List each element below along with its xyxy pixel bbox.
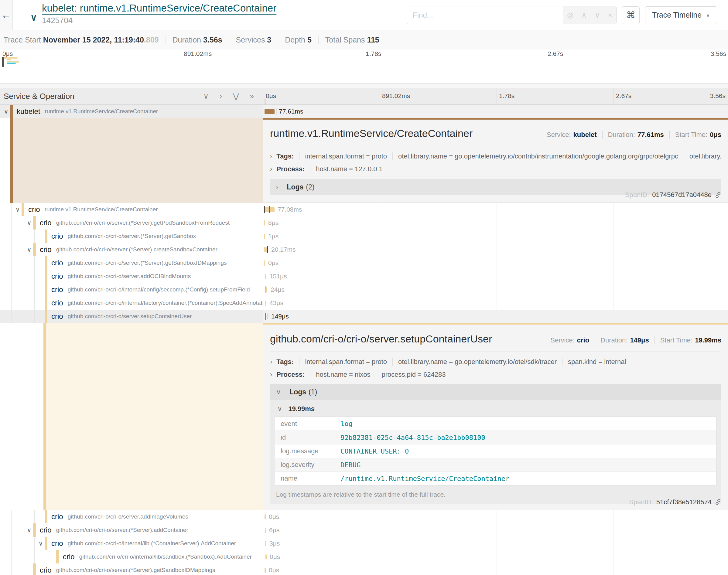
span-row[interactable]: ∨ crio github.com/cri-o/cri-o/server.add… xyxy=(0,270,728,283)
back-button[interactable]: ← xyxy=(0,0,13,30)
timeline-tick: 891.02ms xyxy=(382,92,410,100)
span-bar[interactable] xyxy=(265,528,266,533)
span-row[interactable]: ∨ crio github.com/cri-o/cri-o/server.(*S… xyxy=(0,523,728,537)
locate-icon[interactable]: ◎ xyxy=(567,11,573,20)
trace-view-select[interactable]: Trace Timeline ∨ xyxy=(645,6,717,24)
span-bar[interactable] xyxy=(265,554,267,560)
divider xyxy=(669,131,670,139)
service-operation-header: Service & Operation ∨ › ⋁ » ∥ xyxy=(0,88,263,104)
minimap-span xyxy=(4,57,18,59)
span-bar[interactable] xyxy=(267,314,268,319)
span-row[interactable]: ∨ crio github.com/cri-o/cri-o/server.(*S… xyxy=(0,243,728,256)
span-row[interactable]: ∨ crio github.com/cri-o/cri-o/server.(*S… xyxy=(0,256,728,270)
span-id-value: 51cf7f38e5128574 xyxy=(656,498,712,506)
table-row: event log xyxy=(275,417,716,431)
minimap-drag-handle[interactable] xyxy=(2,57,4,67)
span-bar[interactable] xyxy=(264,221,265,226)
operation-name: github.com/cri-o/cri-o/server.(*Server).… xyxy=(56,567,215,573)
span-timeline-cell: 6μs xyxy=(263,523,728,537)
expand-all-icon[interactable]: » xyxy=(250,92,254,100)
span-row[interactable]: ∨ crio github.com/cri-o/cri-o/internal/c… xyxy=(0,283,728,296)
process-row[interactable]: › Process: host.name = nixos process.pid… xyxy=(270,371,721,379)
trace-title-block: ∨ kubelet: runtime.v1.RuntimeService/Cre… xyxy=(13,0,407,30)
span-row[interactable]: ∨ crio github.com/cri-o/cri-o/internal/l… xyxy=(0,537,728,550)
process-item: host.name = nixos xyxy=(310,371,376,379)
log-field-key: log.severity xyxy=(275,461,340,469)
next-match-icon[interactable]: ∨ xyxy=(595,11,600,20)
span-bar[interactable] xyxy=(264,261,265,266)
chevron-down-icon[interactable]: ∨ xyxy=(25,219,33,227)
span-marker-tick xyxy=(276,108,276,115)
span-marker-tick xyxy=(267,246,268,253)
span-row[interactable]: ∨ crio runtime.v1.RuntimeService/CreateC… xyxy=(0,203,728,216)
minimap-tick: 1.78s xyxy=(366,50,381,57)
span-bar[interactable] xyxy=(264,247,267,252)
span-row[interactable]: ∨ crio github.com/cri-o/cri-o/internal/f… xyxy=(0,296,728,310)
span-timeline-cell: 151μs xyxy=(263,270,728,283)
span-bar[interactable] xyxy=(265,514,266,519)
link-icon[interactable] xyxy=(715,192,721,198)
collapse-header-icon[interactable]: ∨ xyxy=(30,12,37,23)
span-bar[interactable] xyxy=(265,541,266,546)
chevron-down-icon[interactable]: ∨ xyxy=(2,108,10,115)
prev-match-icon[interactable]: ∧ xyxy=(581,11,587,20)
logs-toggle[interactable]: ∨Logs(1) xyxy=(270,384,721,400)
span-bar[interactable] xyxy=(265,301,266,306)
span-row[interactable]: ∨ crio github.com/cri-o/cri-o/server.add… xyxy=(0,510,728,523)
span-bar[interactable] xyxy=(265,109,274,114)
minimap-tick: 0μs xyxy=(2,50,13,57)
span-row-setupcontaineruser[interactable]: ∨ crio github.com/cri-o/cri-o/server.set… xyxy=(0,310,728,323)
keyboard-shortcuts-button[interactable]: ⌘ xyxy=(622,6,640,24)
tags-row[interactable]: › Tags: internal.span.format = proto ote… xyxy=(270,358,721,366)
minimap-gridline xyxy=(182,57,182,83)
logs-count: (1) xyxy=(308,388,317,396)
operation-name: github.com/cri-o/cri-o/server.(*Server).… xyxy=(56,527,188,533)
span-row[interactable]: ∨ crio github.com/cri-o/cri-o/server.(*S… xyxy=(0,230,728,243)
collapse-all-icon[interactable]: ⋁ xyxy=(233,92,239,100)
trace-services: Services 3 xyxy=(229,36,271,44)
clear-find-icon[interactable]: × xyxy=(608,11,612,20)
log-field-key: event xyxy=(275,420,340,428)
tag-item: otel.library.v… xyxy=(684,153,721,160)
service-name: crio xyxy=(40,245,52,254)
span-color-bar xyxy=(45,256,47,270)
chevron-down-icon: ∨ xyxy=(276,388,281,396)
find-box: ◎ ∧ ∨ × xyxy=(407,6,617,24)
span-duration: 0μs xyxy=(269,513,279,520)
find-nav-group: ◎ ∧ ∨ × xyxy=(563,6,616,24)
minimap-canvas[interactable] xyxy=(0,57,728,84)
process-item: process.pid = 624283 xyxy=(376,371,451,379)
expand-one-icon[interactable]: › xyxy=(220,92,222,100)
span-row[interactable]: ∨ crio github.com/cri-o/cri-o/server.(*S… xyxy=(0,564,728,575)
timeline-header: Service & Operation ∨ › ⋁ » ∥ 0μs 891.02… xyxy=(0,88,728,105)
span-row-kubelet-createcontainer[interactable]: ∨ kubelet runtime.v1.RuntimeService/Crea… xyxy=(0,105,728,118)
span-bar[interactable] xyxy=(264,234,265,239)
service-name: crio xyxy=(51,512,63,521)
span-row[interactable]: ∨ crio github.com/cri-o/cri-o/internal/l… xyxy=(0,550,728,564)
log-entry-toggle[interactable]: ∨ 19.99ms xyxy=(270,400,721,416)
span-duration: 0μs xyxy=(270,553,280,561)
divider xyxy=(595,336,595,344)
collapse-one-icon[interactable]: ∨ xyxy=(203,92,209,100)
span-color-bar xyxy=(45,230,47,243)
chevron-down-icon[interactable]: ∨ xyxy=(14,206,22,213)
span-bar[interactable] xyxy=(265,568,266,573)
find-input[interactable] xyxy=(407,6,563,24)
trace-title-link[interactable]: kubelet: runtime.v1.RuntimeService/Creat… xyxy=(42,2,407,14)
chevron-down-icon[interactable]: ∨ xyxy=(25,527,33,534)
span-bar[interactable] xyxy=(266,287,267,292)
chevron-down-icon[interactable]: ∨ xyxy=(37,540,45,547)
tags-row[interactable]: › Tags: internal.span.format = proto ote… xyxy=(270,153,721,160)
span-timeline-cell: 0μs xyxy=(263,564,728,575)
span-row[interactable]: ∨ crio github.com/cri-o/cri-o/server.(*S… xyxy=(0,216,728,230)
operation-name: github.com/cri-o/cri-o/server.(*Server).… xyxy=(56,246,218,253)
table-row: id 92b82381-025c-4a64-815c-ba2e1bb08100 xyxy=(275,431,716,444)
chevron-down-icon[interactable]: ∨ xyxy=(25,246,33,253)
span-bar[interactable] xyxy=(265,274,266,279)
span-color-bar xyxy=(33,564,36,575)
link-icon[interactable] xyxy=(715,499,721,505)
process-row[interactable]: › Process: host.name = 127.0.0.1 xyxy=(270,165,721,173)
span-id-label: SpanID: xyxy=(625,191,649,199)
operation-name: github.com/cri-o/cri-o/server.setupConta… xyxy=(68,313,192,320)
span-marker-tick xyxy=(265,313,266,320)
